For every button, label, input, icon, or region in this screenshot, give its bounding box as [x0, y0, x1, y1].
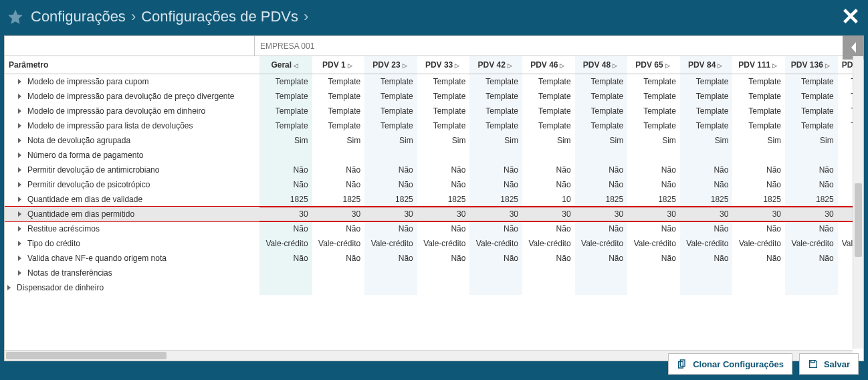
pdv-cell[interactable]: Template — [732, 118, 785, 133]
pdv-cell[interactable]: 1825 — [680, 192, 733, 207]
pdv-cell[interactable]: Não — [627, 221, 680, 236]
pdv-cell[interactable]: 30 — [627, 207, 680, 221]
pdv-cell[interactable]: Sim — [575, 133, 628, 148]
pdv-cell[interactable] — [575, 148, 628, 163]
parameter-name-cell[interactable]: Modelo de impressão para lista de devolu… — [5, 118, 259, 133]
pdv-cell[interactable] — [364, 266, 417, 280]
column-header-geral[interactable]: Geral◁ — [259, 56, 312, 74]
pdv-cell[interactable] — [680, 280, 733, 295]
company-filter[interactable]: EMPRESA 001 — [255, 36, 863, 56]
pdv-cell[interactable] — [522, 266, 575, 280]
expand-triangle-icon[interactable] — [18, 197, 21, 202]
pdv-cell[interactable]: 1825 — [785, 192, 838, 207]
pdv-cell[interactable]: Não — [364, 221, 417, 236]
pdv-cell[interactable]: 1825 — [417, 192, 470, 207]
save-button[interactable]: Salvar — [799, 353, 859, 375]
pdv-cell[interactable]: Sim — [680, 133, 733, 148]
geral-cell[interactable]: Não — [259, 221, 312, 236]
pdv-cell[interactable] — [732, 266, 785, 280]
breadcrumb-level-1[interactable]: Configurações — [31, 8, 126, 25]
pdv-cell[interactable]: Não — [627, 177, 680, 192]
pdv-cell[interactable]: Vale-crédito — [627, 236, 680, 251]
close-button[interactable] — [841, 7, 860, 25]
table-row[interactable]: Quantidade em dias permitido303030303030… — [5, 207, 863, 221]
pdv-cell[interactable]: Vale-crédito — [364, 236, 417, 251]
vertical-scrollbar[interactable] — [853, 56, 863, 349]
pdv-cell[interactable]: Não — [732, 251, 785, 266]
expand-triangle-icon[interactable] — [18, 182, 21, 187]
pdv-cell[interactable]: Não — [364, 163, 417, 177]
pdv-cell[interactable]: 1825 — [575, 192, 628, 207]
parameter-name-cell[interactable]: Quantidade em dias de validade — [5, 192, 259, 207]
pdv-cell[interactable]: Não — [312, 163, 365, 177]
pdv-cell[interactable]: Não — [522, 251, 575, 266]
column-header-pdv[interactable]: PDV 65▷ — [627, 56, 680, 74]
pdv-cell[interactable] — [575, 266, 628, 280]
pdv-cell[interactable]: Não — [522, 221, 575, 236]
pdv-cell[interactable]: Template — [732, 74, 785, 90]
expand-triangle-icon[interactable] — [18, 241, 21, 246]
parameter-name-cell[interactable]: Modelo de impressão para cupom — [5, 74, 259, 90]
filter-left-empty[interactable] — [5, 36, 255, 56]
pdv-cell[interactable]: Template — [522, 89, 575, 104]
pdv-cell[interactable] — [312, 266, 365, 280]
pdv-cell[interactable]: 30 — [417, 207, 470, 221]
pdv-cell[interactable]: Template — [627, 89, 680, 104]
pdv-cell[interactable] — [469, 148, 522, 163]
pdv-cell[interactable]: Não — [680, 177, 733, 192]
geral-cell[interactable]: Não — [259, 163, 312, 177]
pdv-cell[interactable]: Sim — [785, 133, 838, 148]
pdv-cell[interactable]: Template — [469, 104, 522, 118]
pdv-cell[interactable]: Não — [469, 221, 522, 236]
expand-triangle-icon[interactable] — [18, 138, 21, 143]
pdv-cell[interactable]: Sim — [469, 133, 522, 148]
pdv-cell[interactable] — [785, 148, 838, 163]
pdv-cell[interactable]: Não — [469, 251, 522, 266]
pdv-cell[interactable]: Vale-crédito — [732, 236, 785, 251]
pdv-cell[interactable]: 30 — [732, 207, 785, 221]
pdv-cell[interactable]: Template — [469, 89, 522, 104]
geral-cell[interactable]: Não — [259, 251, 312, 266]
table-row[interactable]: Modelo de impressão para devolução de pr… — [5, 89, 863, 104]
geral-cell[interactable]: Sim — [259, 133, 312, 148]
pdv-cell[interactable]: Template — [364, 89, 417, 104]
pdv-cell[interactable]: 1825 — [469, 192, 522, 207]
pdv-cell[interactable]: 30 — [364, 207, 417, 221]
pdv-cell[interactable]: Não — [680, 163, 733, 177]
pdv-cell[interactable]: Vale-crédito — [417, 236, 470, 251]
pdv-cell[interactable]: Sim — [364, 133, 417, 148]
geral-cell[interactable]: Vale-crédito — [259, 236, 312, 251]
pdv-cell[interactable] — [732, 148, 785, 163]
pdv-cell[interactable]: Template — [680, 118, 733, 133]
geral-cell[interactable] — [259, 148, 312, 163]
pdv-cell[interactable] — [417, 266, 470, 280]
pdv-cell[interactable] — [417, 148, 470, 163]
pdv-cell[interactable]: 30 — [785, 207, 838, 221]
table-row[interactable]: Notas de transferências — [5, 266, 863, 280]
table-row[interactable]: Modelo de impressão para cupomTemplateTe… — [5, 74, 863, 90]
pdv-cell[interactable]: Não — [785, 251, 838, 266]
pdv-cell[interactable]: Template — [785, 89, 838, 104]
table-row[interactable]: Valida chave NF-e quando origem notaNãoN… — [5, 251, 863, 266]
column-header-pdv[interactable]: PDV 136▷ — [785, 56, 838, 74]
geral-cell[interactable]: Template — [259, 74, 312, 90]
pdv-cell[interactable]: Template — [575, 74, 628, 90]
pdv-cell[interactable]: Template — [312, 89, 365, 104]
table-row[interactable]: Nota de devolução agrupadaSimSimSimSimSi… — [5, 133, 863, 148]
table-row[interactable]: Modelo de impressão para devolução em di… — [5, 104, 863, 118]
geral-cell[interactable]: 30 — [259, 207, 312, 221]
pdv-cell[interactable]: Não — [575, 163, 628, 177]
pdv-cell[interactable]: 30 — [575, 207, 628, 221]
pdv-cell[interactable]: Template — [312, 104, 365, 118]
pdv-cell[interactable] — [312, 148, 365, 163]
pdv-cell[interactable]: Não — [785, 163, 838, 177]
pdv-cell[interactable]: Não — [364, 251, 417, 266]
parameter-name-cell[interactable]: Modelo de impressão para devolução de pr… — [5, 89, 259, 104]
pdv-cell[interactable]: Não — [312, 251, 365, 266]
parameter-name-cell[interactable]: Número da forma de pagamento — [5, 148, 259, 163]
pdv-cell[interactable]: Template — [575, 118, 628, 133]
pdv-cell[interactable]: Template — [627, 104, 680, 118]
pdv-cell[interactable] — [364, 280, 417, 295]
pdv-cell[interactable]: Template — [785, 118, 838, 133]
column-header-pdv[interactable]: PDV 23▷ — [364, 56, 417, 74]
